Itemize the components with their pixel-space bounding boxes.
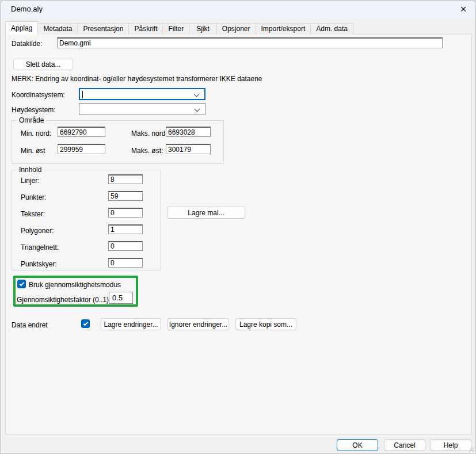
tab-page-applag: Datakilde: Slett data... MERK: Endring a… <box>5 34 472 434</box>
data-endret-label: Data endret <box>12 321 48 329</box>
tab-strip: Applag Metadata Presentasjon Påskrift Fi… <box>5 21 353 35</box>
gjennomsiktighetsfaktor-field[interactable] <box>109 292 133 304</box>
punktskyer-label: Punktskyer: <box>21 260 57 268</box>
check-icon <box>83 321 87 325</box>
innhold-legend: Innhold <box>17 166 44 174</box>
chevron-down-icon <box>195 106 200 112</box>
datakilde-field[interactable] <box>57 37 443 48</box>
maks-ost-label: Maks. øst: <box>131 147 163 155</box>
ok-button[interactable]: OK <box>337 439 378 451</box>
maks-nord-label: Maks. nord: <box>131 129 167 138</box>
tekster-field[interactable] <box>108 208 143 218</box>
polygoner-field[interactable] <box>108 224 143 234</box>
check-icon <box>19 281 24 285</box>
punktskyer-field[interactable] <box>108 258 143 268</box>
gjennomsiktighetsfaktor-label: Gjennomsiktighetsfaktor (0..1): <box>17 296 111 304</box>
linjer-field[interactable] <box>108 174 143 184</box>
cancel-button[interactable]: Cancel <box>384 439 425 451</box>
koordinatsystem-dropdown[interactable] <box>79 88 205 100</box>
ignorer-endringer-button[interactable]: Ignorer endringer... <box>167 318 229 330</box>
tekster-label: Tekster: <box>21 210 45 218</box>
tab-sjikt[interactable]: Sjikt <box>189 23 217 35</box>
lagre-endringer-button[interactable]: Lagre endringer... <box>101 318 161 330</box>
tab-metadata[interactable]: Metadata <box>37 23 78 35</box>
highlight-annotation: Bruk gjennomsiktighetsmodus Gjennomsikti… <box>13 276 138 307</box>
titlebar: Demo.aly × <box>1 1 475 18</box>
maks-nord-field[interactable] <box>166 127 211 137</box>
tab-presentasjon[interactable]: Presentasjon <box>77 23 129 35</box>
tab-paskrift[interactable]: Påskrift <box>128 23 163 35</box>
text-caret <box>82 91 83 98</box>
maks-ost-field[interactable] <box>166 144 211 154</box>
triangelnett-label: Triangelnett: <box>21 243 59 251</box>
tab-applag[interactable]: Applag <box>5 21 38 35</box>
koordinatsystem-label: Koordinatsystem: <box>12 91 65 99</box>
lagre-mal-button[interactable]: Lagre mal... <box>167 207 245 219</box>
punkter-field[interactable] <box>108 191 143 201</box>
data-endret-checkbox[interactable] <box>81 319 90 328</box>
chevron-down-icon <box>194 91 200 97</box>
polygoner-label: Polygoner: <box>21 227 54 235</box>
min-nord-label: Min. nord: <box>21 129 51 138</box>
hoydesystem-label: Høydesystem: <box>12 106 56 114</box>
triangelnett-field[interactable] <box>108 241 143 251</box>
help-button[interactable]: Help <box>430 439 471 451</box>
tab-opsjoner[interactable]: Opsjoner <box>216 23 256 35</box>
resize-grip[interactable] <box>468 446 475 453</box>
tab-import-eksport[interactable]: Import/eksport <box>256 23 311 35</box>
hoydesystem-dropdown[interactable] <box>79 103 205 115</box>
linjer-label: Linjer: <box>21 177 40 185</box>
lagre-kopi-som-button[interactable]: Lagre kopi som... <box>235 318 296 330</box>
datakilde-label: Datakilde: <box>12 40 42 48</box>
tab-filter[interactable]: Filter <box>162 23 189 35</box>
omrade-group: Område Min. nord: Maks. nord: Min. øst M… <box>12 120 224 164</box>
min-ost-label: Min. øst <box>21 147 45 155</box>
close-icon[interactable]: × <box>456 2 471 16</box>
tab-adm-data[interactable]: Adm. data <box>310 23 353 35</box>
innhold-group: Innhold Linjer: Punkter: Tekster: Polygo… <box>12 170 161 270</box>
min-nord-field[interactable] <box>58 127 105 137</box>
omrade-legend: Område <box>17 116 46 124</box>
min-ost-field[interactable] <box>58 144 105 154</box>
merk-note: MERK: Endring av koordinat- og/eller høy… <box>12 75 262 83</box>
slett-data-button[interactable]: Slett data... <box>13 59 73 70</box>
window-title: Demo.aly <box>11 5 43 13</box>
dialog-window: Demo.aly × Applag Metadata Presentasjon … <box>0 0 476 454</box>
bruk-gjennomsiktighetsmodus-checkbox[interactable] <box>17 280 26 288</box>
punkter-label: Punkter: <box>21 193 47 201</box>
bruk-gjennomsiktighetsmodus-label: Bruk gjennomsiktighetsmodus <box>29 281 121 289</box>
